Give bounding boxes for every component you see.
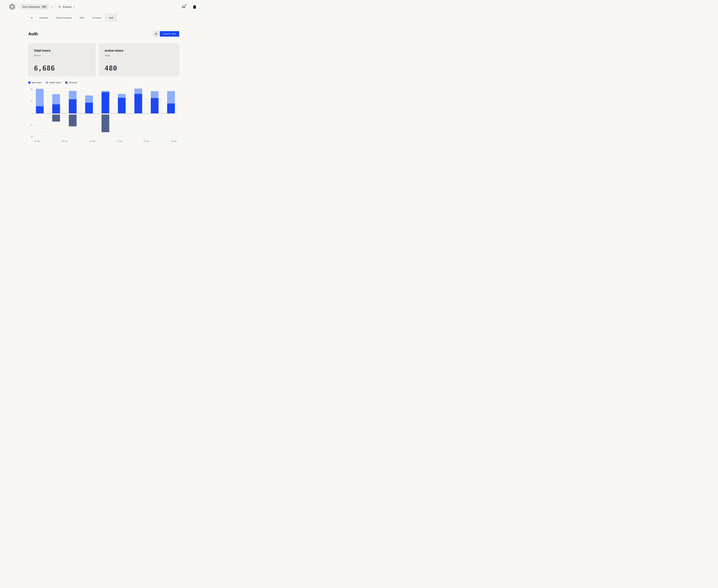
stat-card-total-users: Total Users All time 6,686 bbox=[28, 43, 96, 76]
project-switcher[interactable]: Tesseract bbox=[58, 5, 75, 8]
tab-overview[interactable]: Overview bbox=[35, 14, 52, 22]
topbar-right bbox=[182, 3, 198, 10]
breadcrumb-separator: / bbox=[18, 5, 18, 8]
chart-bar-new-users bbox=[52, 104, 60, 113]
page-header: Auth ⚙ CREATE NEW bbox=[28, 31, 179, 37]
back-button[interactable] bbox=[28, 14, 35, 22]
chart-x-tick: 13 Nov bbox=[34, 140, 41, 142]
page-title: Auth bbox=[28, 31, 38, 36]
settings-button[interactable]: ⚙ bbox=[153, 31, 159, 37]
main-content: Auth ⚙ CREATE NEW Total Users All time 6… bbox=[0, 31, 207, 146]
workspace-name: Emir’s Workspace bbox=[23, 6, 40, 8]
legend-item-active-users: Active Users bbox=[46, 81, 61, 84]
chart-bar-active-users bbox=[118, 94, 126, 98]
chart-bar-churned bbox=[69, 114, 77, 126]
chart-legend: New users Active Users Churned bbox=[28, 81, 179, 84]
project-name: Tesseract bbox=[62, 6, 71, 8]
stat-subtitle: Today bbox=[105, 55, 173, 57]
stat-title: Active Users bbox=[105, 49, 173, 52]
stat-value: 6,686 bbox=[34, 64, 55, 72]
chart-bar-new-users bbox=[135, 94, 142, 113]
chart-bar-new-users bbox=[85, 103, 93, 113]
workspace-chevron-updown-icon[interactable] bbox=[51, 5, 53, 8]
inbox-tray-icon[interactable] bbox=[182, 5, 186, 9]
tab-smart-contracts[interactable]: Smart Contracts bbox=[52, 14, 76, 22]
legend-item-churned: Churned bbox=[65, 81, 77, 84]
gear-icon: ⚙ bbox=[155, 32, 158, 36]
chart-bar-active-users bbox=[36, 89, 44, 106]
chart-bar-churned bbox=[52, 114, 60, 122]
chart-bar-new-users bbox=[102, 92, 109, 113]
chart-x-tick: 5 Dec bbox=[117, 140, 122, 142]
chart-bar-new-users bbox=[36, 106, 44, 113]
user-avatar[interactable] bbox=[191, 3, 198, 10]
chart-bar-new-users bbox=[118, 98, 126, 113]
stat-subtitle: All time bbox=[34, 55, 90, 57]
chart-x-tick: 27 Nov bbox=[89, 140, 96, 142]
users-bar-chart: 80400-10-20 13 Nov20 Nov27 Nov5 Dec16 De… bbox=[28, 89, 179, 146]
legend-swatch-churned bbox=[65, 82, 67, 84]
app-logo-cube-icon[interactable] bbox=[9, 3, 16, 10]
chart-y-tick: 40 bbox=[30, 100, 33, 102]
stat-card-active-users: Active Users Today 480 bbox=[99, 43, 179, 76]
chart-y-axis: 80400-10-20 bbox=[28, 89, 33, 139]
legend-swatch-new-users bbox=[28, 82, 30, 84]
stat-value: 480 bbox=[105, 64, 117, 72]
page-actions: ⚙ CREATE NEW bbox=[153, 31, 179, 37]
create-new-button[interactable]: CREATE NEW bbox=[160, 31, 179, 37]
project-tabbar: Overview Smart Contracts IPFS API Keys A… bbox=[0, 14, 207, 22]
topbar: / Emir’s Workspace PRO / Tesseract bbox=[0, 0, 207, 14]
topbar-left: / Emir’s Workspace PRO / Tesseract bbox=[9, 3, 182, 10]
tab-api-keys[interactable]: API Keys bbox=[88, 14, 105, 22]
chart-y-tick: -10 bbox=[29, 124, 33, 126]
chart-x-tick: 16 Dec bbox=[143, 140, 149, 142]
chart-bar-active-users bbox=[69, 91, 77, 99]
chart-bar-churned bbox=[102, 114, 109, 132]
chart-y-tick: 80 bbox=[30, 88, 33, 90]
tab-ipfs[interactable]: IPFS bbox=[76, 14, 88, 22]
legend-label: New users bbox=[32, 81, 42, 84]
notification-dot bbox=[185, 4, 187, 5]
workspace-switcher[interactable]: Emir’s Workspace PRO bbox=[21, 4, 49, 9]
chart-bar-active-users bbox=[151, 91, 159, 98]
chart-bar-new-users bbox=[151, 98, 159, 113]
stat-title: Total Users bbox=[34, 49, 90, 52]
chart-bar-active-users bbox=[102, 91, 109, 92]
tabbar-spacer bbox=[0, 14, 28, 22]
breadcrumb-separator: / bbox=[55, 5, 56, 8]
tab-auth[interactable]: Auth bbox=[105, 14, 118, 22]
legend-swatch-active-users bbox=[46, 82, 48, 84]
project-chevron-updown-icon bbox=[73, 5, 75, 8]
legend-item-new-users: New users bbox=[28, 81, 42, 84]
chart-bar-active-users bbox=[52, 94, 60, 104]
chart-bar-new-users bbox=[69, 99, 77, 113]
legend-label: Churned bbox=[69, 81, 77, 84]
chart-y-tick: -20 bbox=[29, 136, 33, 138]
chart-bar-active-users bbox=[85, 96, 93, 103]
chart-y-tick: 0 bbox=[32, 112, 33, 114]
chart-bar-active-users bbox=[135, 89, 142, 94]
chart-x-tick: 30 Dec bbox=[171, 140, 177, 142]
chart-x-tick: 20 Nov bbox=[62, 140, 68, 142]
legend-label: Active Users bbox=[49, 81, 61, 84]
workspace-plan-badge: PRO bbox=[41, 5, 47, 8]
chart-bar-active-users bbox=[167, 91, 175, 104]
chart-plot bbox=[34, 89, 177, 139]
project-cube-icon bbox=[58, 5, 61, 8]
chart-bar-new-users bbox=[167, 104, 175, 113]
stat-cards: Total Users All time 6,686 Active Users … bbox=[28, 43, 179, 76]
